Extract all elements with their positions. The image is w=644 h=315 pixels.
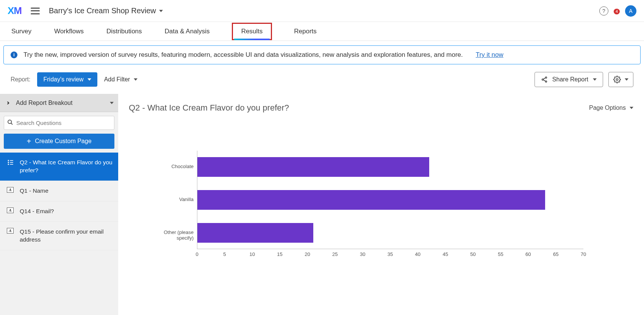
- svg-rect-11: [10, 160, 13, 161]
- project-title-text: Barry's Ice Cream Shop Review: [49, 6, 156, 15]
- chart-x-tick: 30: [360, 251, 365, 257]
- add-report-breakout[interactable]: Add Report Breakout: [0, 94, 118, 112]
- question-list: Q2 - What Ice Cream Flavor do you prefer…: [0, 153, 118, 315]
- create-custom-page-button[interactable]: + Create Custom Page: [4, 134, 114, 149]
- search-input[interactable]: [4, 116, 114, 130]
- chart-x-tick: 60: [525, 251, 531, 257]
- chart-x-tick: 35: [388, 251, 393, 257]
- plus-icon: +: [27, 139, 31, 144]
- hamburger-icon[interactable]: [31, 8, 40, 14]
- notification-badge: 4: [614, 9, 620, 14]
- page-options-button[interactable]: Page Options: [589, 104, 633, 111]
- chevron-down-icon: [159, 10, 163, 12]
- add-filter-label: Add Filter: [104, 76, 130, 83]
- tab-data-analysis[interactable]: Data & Analysis: [164, 23, 211, 40]
- svg-point-8: [8, 160, 9, 161]
- share-report-label: Share Report: [552, 76, 588, 83]
- tab-survey[interactable]: Survey: [11, 23, 32, 40]
- sidebar-item-label: Q1 - Name: [20, 187, 48, 194]
- tab-workflows[interactable]: Workflows: [53, 23, 84, 40]
- gear-icon: [613, 76, 621, 83]
- chart-x-tick: 10: [249, 251, 255, 257]
- chart-bar: [197, 157, 429, 177]
- report-select[interactable]: Friday's review: [37, 72, 97, 87]
- chart-x-tick: 70: [581, 251, 586, 257]
- svg-line-3: [543, 78, 546, 80]
- chart-x-tick: 0: [195, 251, 198, 257]
- body: Add Report Breakout + Create Custom Page: [0, 94, 644, 315]
- help-icon[interactable]: ?: [599, 6, 608, 16]
- svg-rect-13: [10, 164, 13, 165]
- text-icon: A: [7, 187, 14, 193]
- chart-x-tick: 20: [305, 251, 310, 257]
- sidebar-item-q14[interactable]: A Q14 - Email?: [0, 201, 118, 222]
- share-icon: [541, 76, 548, 83]
- info-banner: i Try the new, improved version of surve…: [3, 45, 641, 64]
- sidebar-item-q1[interactable]: A Q1 - Name: [0, 181, 118, 201]
- share-report-button[interactable]: Share Report: [535, 72, 603, 87]
- chart-y-label: Chocolate: [152, 164, 194, 170]
- svg-line-7: [11, 123, 13, 125]
- svg-rect-12: [10, 162, 13, 163]
- breakout-label: Add Report Breakout: [16, 100, 72, 106]
- chart-x-tick: 50: [470, 251, 475, 257]
- chart-y-label: Other (please specify): [152, 229, 194, 241]
- project-title-dropdown[interactable]: Barry's Ice Cream Shop Review: [49, 6, 163, 15]
- add-filter-button[interactable]: Add Filter: [104, 76, 138, 83]
- chevron-down-icon: [593, 78, 597, 81]
- chart-x-tick: 25: [332, 251, 338, 257]
- chevron-down-icon: [88, 78, 91, 81]
- create-custom-page-label: Create Custom Page: [35, 138, 91, 145]
- tabbar: Survey Workflows Distributions Data & An…: [0, 22, 644, 41]
- question-type-icon: [7, 159, 14, 166]
- info-icon: i: [11, 51, 17, 58]
- logo[interactable]: XM: [8, 5, 22, 17]
- report-label: Report:: [11, 76, 30, 83]
- settings-button[interactable]: [608, 72, 633, 87]
- chart-y-label: Vanilla: [152, 196, 194, 203]
- chevron-down-icon: [134, 78, 138, 81]
- chart-x-tick: 55: [498, 251, 503, 257]
- svg-point-5: [616, 79, 618, 81]
- chart-x-tick: 5: [223, 251, 226, 257]
- info-banner-text: Try the new, improved version of survey …: [23, 51, 463, 59]
- chart-plot-area: ChocolateVanillaOther (please specify): [197, 151, 583, 249]
- chart-x-tick: 45: [442, 251, 448, 257]
- avatar[interactable]: A: [625, 5, 636, 17]
- report-select-value: Friday's review: [43, 76, 83, 83]
- chart-bar: [197, 223, 313, 243]
- chevron-down-icon: [625, 78, 628, 81]
- sidebar: Add Report Breakout + Create Custom Page: [0, 94, 118, 315]
- search-icon: [7, 119, 13, 125]
- toolbar: Report: Friday's review Add Filter Share…: [0, 64, 644, 94]
- chart-bar: [197, 190, 545, 210]
- svg-point-9: [8, 162, 9, 163]
- chevron-down-icon: [110, 102, 114, 104]
- main-panel: Q2 - What Ice Cream Flavor do you prefer…: [118, 94, 644, 315]
- tab-results[interactable]: Results: [232, 23, 272, 40]
- topbar: XM Barry's Ice Cream Shop Review ? 4 A: [0, 0, 644, 22]
- page-options-label: Page Options: [589, 104, 626, 111]
- chart-x-tick: 15: [277, 251, 282, 257]
- svg-point-6: [8, 120, 11, 123]
- try-it-now-link[interactable]: Try it now: [476, 51, 503, 59]
- sidebar-item-q2[interactable]: Q2 - What Ice Cream Flavor do you prefer…: [0, 153, 118, 181]
- page-title: Q2 - What Ice Cream Flavor do you prefer…: [129, 103, 289, 113]
- chart: ChocolateVanillaOther (please specify) 0…: [159, 151, 583, 260]
- svg-line-4: [543, 80, 546, 81]
- svg-point-10: [8, 164, 9, 165]
- chart-x-tick: 40: [415, 251, 420, 257]
- text-icon: A: [7, 207, 14, 213]
- sidebar-item-label: Q2 - What Ice Cream Flavor do you prefer…: [20, 159, 113, 173]
- chart-x-axis: 0510152025303540455055606570: [197, 249, 583, 260]
- sidebar-item-label: Q15 - Please confirm your email address: [20, 228, 103, 243]
- chart-x-tick: 65: [553, 251, 558, 257]
- chevron-down-icon: [630, 107, 633, 109]
- tab-reports[interactable]: Reports: [293, 23, 317, 40]
- text-icon: A: [7, 228, 14, 234]
- breakout-icon: [5, 100, 11, 106]
- tab-distributions[interactable]: Distributions: [106, 23, 143, 40]
- sidebar-item-label: Q14 - Email?: [20, 208, 54, 214]
- sidebar-item-q15[interactable]: A Q15 - Please confirm your email addres…: [0, 222, 118, 250]
